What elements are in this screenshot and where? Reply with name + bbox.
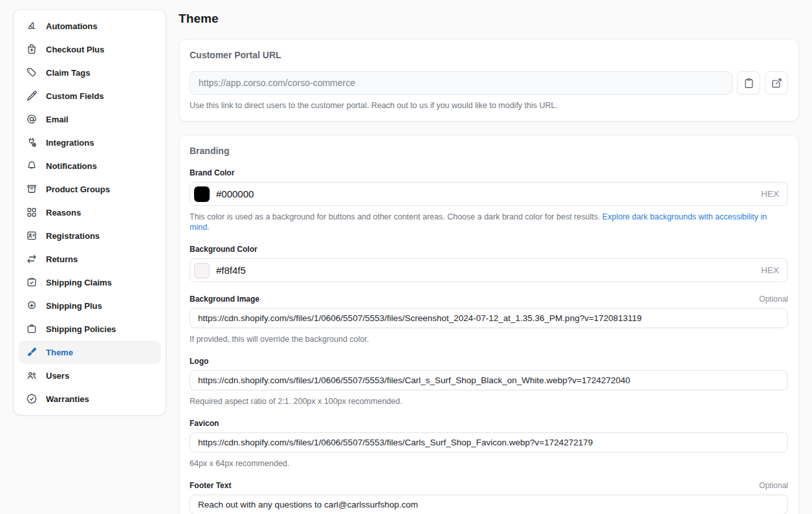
grid-icon [26, 207, 38, 218]
clipboard-icon [743, 78, 754, 89]
sidebar-item-shipping-policies[interactable]: Shipping Policies [19, 317, 160, 341]
logo-label: Logo [190, 357, 208, 366]
portal-url-helper: Use this link to direct users to the cus… [190, 100, 788, 111]
footer-text-field: Footer Text Optional This will appear in… [190, 481, 788, 514]
logo-input[interactable] [190, 370, 788, 390]
archive-box-icon [26, 183, 38, 195]
sidebar-item-shipping-plus[interactable]: Shipping Plus [19, 294, 160, 317]
footer-text-optional-badge: Optional [759, 481, 788, 490]
sidebar: Automations Checkout Plus Claim Tags Cus… [13, 9, 166, 416]
plus-badge-icon [26, 300, 38, 311]
branding-card-heading: Branding [190, 146, 788, 156]
background-image-label: Background Image [190, 295, 259, 304]
background-color-input[interactable]: #f8f4f5 HEX [190, 258, 788, 282]
sidebar-item-label: Warranties [46, 394, 89, 404]
background-color-field: Background Color #f8f4f5 HEX [190, 245, 788, 282]
shopping-bag-plus-icon [26, 43, 38, 55]
logo-field: Logo Required aspect ratio of 2:1. 200px… [190, 357, 788, 407]
briefcase-box-icon [26, 323, 38, 335]
portal-url-input[interactable] [190, 71, 732, 95]
sidebar-item-notifications[interactable]: Notifications [19, 154, 160, 177]
sidebar-item-label: Users [46, 371, 69, 381]
sidebar-item-label: Returns [46, 254, 78, 264]
check-badge-icon [26, 393, 38, 405]
branding-card: Branding Brand Color #000000 HEX This co… [179, 135, 799, 514]
copy-url-button[interactable] [737, 71, 760, 95]
plug-plus-icon [26, 137, 38, 148]
sidebar-item-label: Registrations [46, 231, 100, 241]
brand-color-swatch[interactable] [194, 186, 210, 202]
brand-color-value: #000000 [216, 188, 254, 199]
sidebar-item-label: Notifications [46, 161, 97, 171]
background-color-swatch[interactable] [194, 263, 210, 278]
brand-color-helper: This color is used as a background for b… [190, 212, 788, 232]
portal-card-heading: Customer Portal URL [190, 50, 788, 60]
brand-color-field: Brand Color #000000 HEX This color is us… [190, 168, 788, 232]
pen-icon [26, 90, 38, 102]
box-check-icon [26, 276, 38, 288]
sidebar-item-claim-tags[interactable]: Claim Tags [19, 61, 160, 84]
at-symbol-icon [26, 113, 38, 125]
sidebar-item-label: Shipping Claims [46, 278, 112, 287]
background-image-input[interactable] [190, 308, 788, 328]
sidebar-item-returns[interactable]: Returns [19, 247, 160, 271]
sidebar-item-label: Theme [46, 348, 73, 357]
favicon-helper: 64px x 64px recommended. [190, 458, 788, 469]
sidebar-item-warranties[interactable]: Warranties [19, 387, 160, 410]
logo-helper: Required aspect ratio of 2:1. 200px x 10… [190, 396, 788, 407]
sidebar-item-label: Shipping Plus [46, 301, 102, 311]
sidebar-item-checkout-plus[interactable]: Checkout Plus [19, 38, 160, 61]
users-icon [26, 370, 38, 381]
paintbrush-icon [26, 346, 38, 358]
background-color-value: #f8f4f5 [216, 265, 246, 276]
background-color-label: Background Color [190, 245, 258, 254]
arrows-right-left-icon [26, 253, 38, 265]
main-content: Theme Customer Portal URL Use this link … [179, 12, 799, 514]
sidebar-item-registrations[interactable]: Registrations [19, 224, 160, 247]
background-color-hex-suffix: HEX [761, 265, 779, 275]
favicon-input[interactable] [190, 432, 788, 453]
sidebar-item-label: Integrations [46, 138, 94, 148]
id-card-icon [26, 230, 38, 241]
bell-icon [26, 160, 38, 172]
sidebar-item-label: Custom Fields [46, 91, 104, 101]
background-image-field: Background Image Optional If provided, t… [190, 295, 788, 344]
sidebar-item-shipping-claims[interactable]: Shipping Claims [19, 271, 160, 294]
sidebar-item-custom-fields[interactable]: Custom Fields [19, 84, 160, 107]
sidebar-item-email[interactable]: Email [19, 107, 160, 131]
background-image-optional-badge: Optional [759, 295, 788, 304]
sidebar-item-label: Claim Tags [46, 68, 90, 78]
sidebar-item-automations[interactable]: Automations [19, 14, 160, 38]
customer-portal-url-card: Customer Portal URL Use this link to dir… [179, 39, 799, 122]
sidebar-item-label: Email [46, 115, 69, 124]
footer-text-label: Footer Text [190, 481, 231, 490]
page-title: Theme [179, 12, 799, 26]
brand-color-hex-suffix: HEX [761, 189, 779, 199]
sidebar-item-theme[interactable]: Theme [19, 341, 160, 364]
brand-color-input[interactable]: #000000 HEX [190, 182, 788, 206]
sidebar-item-reasons[interactable]: Reasons [19, 201, 160, 224]
tag-icon [26, 67, 38, 78]
external-link-icon [771, 78, 782, 89]
sidebar-item-label: Product Groups [46, 184, 110, 194]
sidebar-item-product-groups[interactable]: Product Groups [19, 177, 160, 201]
background-image-helper: If provided, this will override the back… [190, 334, 788, 344]
megaphone-icon [26, 20, 38, 32]
sidebar-item-label: Checkout Plus [46, 45, 104, 54]
favicon-field: Favicon 64px x 64px recommended. [190, 419, 788, 469]
sidebar-item-users[interactable]: Users [19, 364, 160, 387]
sidebar-item-integrations[interactable]: Integrations [19, 131, 160, 154]
sidebar-item-label: Shipping Policies [46, 324, 116, 334]
favicon-label: Favicon [190, 419, 219, 428]
brand-color-label: Brand Color [190, 168, 234, 177]
sidebar-item-label: Reasons [46, 208, 81, 218]
open-url-button[interactable] [765, 71, 788, 95]
sidebar-item-label: Automations [46, 21, 97, 31]
footer-text-input[interactable] [190, 495, 788, 514]
